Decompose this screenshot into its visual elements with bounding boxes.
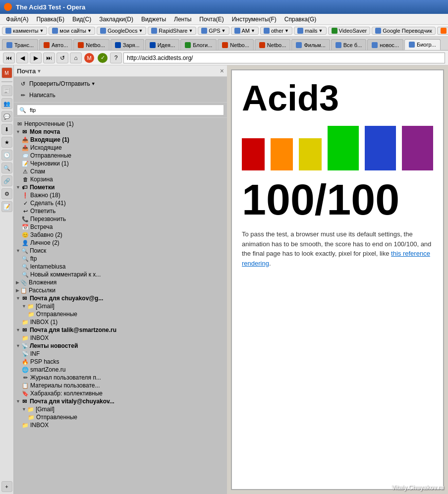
menu-tools[interactable]: Инструменты(F) [228, 15, 280, 24]
menu-file[interactable]: Файл(А) [2, 15, 33, 24]
sidebar-icon-links[interactable]: 🔗 [1, 175, 12, 186]
list-item[interactable]: 🔖Хабрахабр: коллективные [14, 389, 227, 397]
bookmark-htmlbook[interactable]: htmlbook.ru [437, 27, 448, 35]
address-bar[interactable] [123, 53, 445, 63]
list-item[interactable]: ▼✉Почта для talik@smartzone.ru [14, 326, 227, 334]
list-item[interactable]: ↩Ответить [14, 207, 227, 215]
list-item[interactable]: 📡INF [14, 350, 227, 358]
list-item[interactable]: 🔍Новый комментарий к х... [14, 271, 227, 278]
list-item[interactable]: ▼✉Почта для vitaly@chuyakov... [14, 397, 227, 405]
bookmark-google-translate[interactable]: Google Переводчик [372, 27, 436, 35]
search-input[interactable] [28, 105, 222, 115]
tab-ideya[interactable]: Идея... [145, 39, 180, 50]
menu-view[interactable]: Вид(С) [68, 15, 95, 24]
list-item[interactable]: 📁INBOX [14, 334, 227, 342]
list-item[interactable]: ▶📋Рассылки [14, 286, 227, 294]
nav-gmail-button[interactable]: M [84, 53, 94, 63]
menu-help[interactable]: Справка(G) [280, 15, 320, 24]
list-item[interactable]: 📁INBOX (1) [14, 318, 227, 326]
list-item[interactable]: 📨Отправленные [14, 152, 227, 160]
sidebar-icon-chat[interactable]: 💬 [1, 111, 12, 122]
tree-item-label: Моя почта [30, 128, 60, 135]
list-item[interactable]: 🔥PSP hacks [14, 358, 227, 366]
tab-netbo1[interactable]: Netbo... [73, 39, 110, 50]
tab-film[interactable]: Фильм... [291, 39, 330, 50]
mail-dropdown-icon[interactable]: ▼ [37, 68, 42, 74]
sidebar-icon-search2[interactable]: 🔍 [1, 163, 12, 173]
sidebar-icon-add[interactable]: + [1, 481, 12, 492]
bookmark-mails[interactable]: mails ▼ [294, 27, 327, 35]
nav-forward-button[interactable]: ▶ [30, 53, 42, 63]
nav-back-button[interactable]: ◀ [16, 53, 28, 63]
list-item[interactable]: ✉Непрочтенные (1) [14, 120, 227, 128]
check-send-button[interactable]: ↺ Проверить/Отправить ▼ [17, 79, 224, 89]
sidebar-icon-news[interactable]: 📰 [1, 85, 12, 96]
compose-button[interactable]: ✏ Написать [17, 90, 224, 100]
list-item[interactable]: ▼📁[Gmail] [14, 405, 227, 413]
list-item[interactable]: 📅Встреча [14, 223, 227, 231]
list-item[interactable]: 🔍ftp [14, 255, 227, 263]
list-item[interactable]: ▼🏷Пометки [14, 183, 227, 191]
list-item[interactable]: ▼✉Моя почта [14, 128, 227, 136]
list-item[interactable]: 📁Отправленные [14, 413, 227, 421]
nav-rewind-button[interactable]: ⏮ [3, 53, 15, 63]
sidebar-icon-history[interactable]: 🕒 [1, 150, 12, 161]
list-item[interactable]: ▼📁[Gmail] [14, 302, 227, 310]
bookmark-am[interactable]: AM ▼ [231, 27, 259, 35]
tab-zarya[interactable]: Заря... [111, 39, 144, 50]
list-item[interactable]: 👤Личное (2) [14, 239, 227, 247]
list-item[interactable]: ❗Важно (18) [14, 191, 227, 199]
sidebar-icon-notes[interactable]: 📝 [1, 201, 12, 212]
list-item[interactable]: 📞Перезвонить [14, 215, 227, 223]
tab-favicon [78, 42, 84, 48]
list-item[interactable]: 📁Отправленные [14, 310, 227, 318]
list-item[interactable]: 📤Исходящие [14, 144, 227, 152]
list-item[interactable]: ▼🔍Поиск [14, 247, 227, 255]
list-item[interactable]: ✏Журнал пользователя п... [14, 374, 227, 382]
nav-fastforward-button[interactable]: ⏭ [43, 53, 55, 63]
menu-edit[interactable]: Правка(Б) [33, 15, 68, 24]
list-item[interactable]: 😊Забавно (2) [14, 231, 227, 239]
menu-feeds[interactable]: Ленты [170, 15, 195, 24]
menu-widgets[interactable]: Виджеты [137, 15, 170, 24]
mail-close-button[interactable]: × [220, 67, 224, 75]
list-item[interactable]: 📁INBOX [14, 421, 227, 429]
list-item[interactable]: ⚠Спам [14, 167, 227, 175]
menu-bookmarks[interactable]: Закладки(D) [95, 15, 137, 24]
tab-biogr[interactable]: Биогр... [404, 39, 441, 50]
sidebar-icon-settings[interactable]: ⚙ [1, 188, 12, 199]
bookmark-moi-saity[interactable]: мои сайты ▼ [49, 27, 95, 35]
nav-info-button[interactable]: ? [110, 53, 122, 63]
tab-netbo2[interactable]: Netbo... [218, 39, 254, 50]
tab-vse[interactable]: Все б... [331, 39, 366, 50]
list-item[interactable]: ▼✉Почта для chuyakov@g... [14, 294, 227, 302]
bookmark-rapidshare[interactable]: RapidShare ▼ [148, 27, 196, 35]
list-item[interactable]: 📝Черновики (1) [14, 160, 227, 167]
list-item[interactable]: 📋Материалы пользовате... [14, 382, 227, 389]
sidebar-icon-transfers[interactable]: ⬇ [1, 124, 12, 135]
sidebar-icon-contacts[interactable]: 👥 [1, 98, 12, 109]
bookmark-other[interactable]: other ▼ [260, 27, 292, 35]
nav-reload-button[interactable]: ↺ [56, 53, 68, 63]
nav-rss-button[interactable]: ✓ [98, 53, 108, 63]
list-item[interactable]: 🔍lentamebiusa [14, 263, 227, 271]
nav-home-button[interactable]: ⌂ [70, 53, 82, 63]
list-item[interactable]: 📥Входящие (1) [14, 136, 227, 144]
bookmark-gps[interactable]: GPS ▼ [198, 27, 229, 35]
list-item[interactable]: ▼📡Ленты новостей [14, 342, 227, 350]
list-item[interactable]: 🌐smartZone.ru [14, 366, 227, 374]
list-item[interactable]: ✓Сделать (41) [14, 199, 227, 207]
tab-netbo3[interactable]: Netbo... [255, 39, 291, 50]
sidebar-icon-mail[interactable]: M [1, 67, 12, 78]
bookmark-videosaver[interactable]: VideoSaver [328, 27, 371, 35]
bookmark-googledocs[interactable]: GoogleDocs ▼ [97, 27, 146, 35]
menu-mail[interactable]: Почта(Е) [195, 15, 227, 24]
list-item[interactable]: ▶📎Вложения [14, 278, 227, 286]
list-item[interactable]: 🗑Корзина [14, 175, 227, 183]
tab-avto[interactable]: Авто... [39, 39, 72, 50]
tab-novos[interactable]: новос... [367, 39, 403, 50]
tab-trans[interactable]: Транс... [2, 39, 38, 50]
sidebar-icon-bookmarks2[interactable]: ★ [1, 137, 12, 148]
tab-blogi[interactable]: Блоги... [180, 39, 217, 50]
bookmark-kammentы[interactable]: камменты ▼ [2, 27, 47, 35]
